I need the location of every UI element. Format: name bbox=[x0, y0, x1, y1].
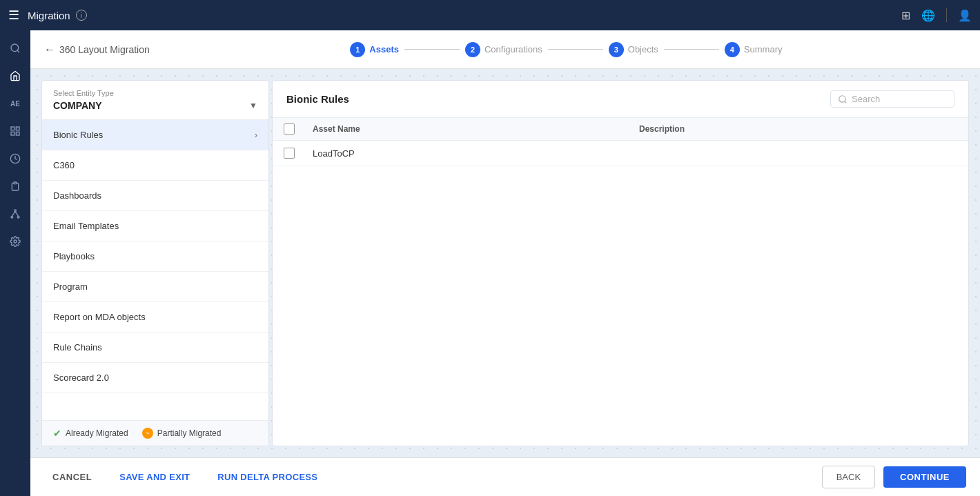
sidebar-item-nodes[interactable] bbox=[3, 201, 28, 226]
step-line-1 bbox=[404, 49, 460, 50]
step-assets: 1 Assets bbox=[350, 42, 399, 57]
entity-dropdown[interactable]: COMPANY ▼ bbox=[53, 100, 257, 111]
left-panel: Select Entity Type COMPANY ▼ Bionic Rule… bbox=[41, 80, 269, 446]
entity-selector: Select Entity Type COMPANY ▼ bbox=[42, 81, 268, 120]
table-header: Asset Name Description bbox=[273, 118, 968, 141]
row-asset-name: LoadToCP bbox=[313, 148, 631, 159]
layout-icon[interactable]: ⊞ bbox=[901, 9, 910, 22]
col-header-asset-name: Asset Name bbox=[313, 124, 631, 134]
already-migrated-label: Already Migrated bbox=[66, 428, 128, 438]
svg-rect-2 bbox=[11, 127, 14, 130]
step-label-2: Configurations bbox=[484, 44, 542, 54]
table-row: LoadToCP bbox=[273, 141, 968, 166]
step-summary: 4 Summary bbox=[725, 42, 783, 57]
svg-point-10 bbox=[17, 216, 19, 218]
content-area: ← 360 Layout Migration 1 Assets 2 Config… bbox=[30, 30, 980, 496]
menu-item-playbooks[interactable]: Playbooks bbox=[42, 241, 268, 272]
info-icon[interactable]: i bbox=[76, 10, 87, 21]
svg-point-13 bbox=[14, 240, 17, 243]
run-delta-button[interactable]: RUN DELTA PROCESS bbox=[209, 466, 326, 488]
globe-icon[interactable]: 🌐 bbox=[921, 9, 935, 22]
step-line-3 bbox=[664, 49, 719, 50]
partially-migrated-label: Partially Migrated bbox=[157, 428, 222, 438]
svg-line-12 bbox=[15, 212, 19, 217]
legend-partially-migrated: ~ Partially Migrated bbox=[142, 428, 222, 439]
cancel-button[interactable]: CANCEL bbox=[44, 466, 100, 488]
svg-rect-4 bbox=[11, 132, 14, 135]
step-num-3: 3 bbox=[609, 42, 624, 57]
svg-rect-3 bbox=[16, 127, 19, 130]
right-panel-header: Bionic Rules Search bbox=[273, 81, 968, 118]
footer-right: BACK CONTINUE bbox=[822, 466, 966, 488]
step-label-4: Summary bbox=[744, 44, 783, 54]
svg-rect-5 bbox=[16, 132, 19, 135]
select-all-checkbox[interactable] bbox=[284, 123, 295, 135]
title-text: Migration bbox=[28, 10, 70, 21]
back-button-footer[interactable]: BACK bbox=[822, 466, 875, 488]
check-icon: ✔ bbox=[53, 428, 61, 439]
menu-list: Bionic Rules › C360 Dashboards Email Tem… bbox=[42, 120, 268, 420]
right-panel: Bionic Rules Search Asset Name Descripti… bbox=[272, 80, 969, 446]
menu-item-rule-chains[interactable]: Rule Chains bbox=[42, 333, 268, 363]
menu-chevron-icon: › bbox=[255, 130, 257, 140]
app-title: Migration i bbox=[28, 10, 87, 21]
step-objects: 3 Objects bbox=[609, 42, 658, 57]
continue-button[interactable]: CONTINUE bbox=[883, 466, 966, 488]
sidebar: AE bbox=[0, 30, 30, 496]
page-content: Select Entity Type COMPANY ▼ Bionic Rule… bbox=[30, 69, 980, 457]
step-label-3: Objects bbox=[628, 44, 658, 54]
svg-line-15 bbox=[845, 101, 847, 103]
menu-item-dashboards[interactable]: Dashboards bbox=[42, 181, 268, 211]
sidebar-item-gear[interactable] bbox=[3, 229, 28, 254]
top-bar: ☰ Migration i ⊞ 🌐 👤 bbox=[0, 0, 980, 30]
menu-item-email-templates[interactable]: Email Templates bbox=[42, 211, 268, 241]
sidebar-item-ae[interactable]: AE bbox=[3, 91, 28, 116]
menu-icon[interactable]: ☰ bbox=[8, 8, 19, 23]
main-layout: AE ← 360 Layout Migration 1 A bbox=[0, 30, 980, 496]
breadcrumb-label: 360 Layout Migration bbox=[59, 44, 150, 55]
step-bar: ← 360 Layout Migration 1 Assets 2 Config… bbox=[30, 30, 980, 69]
menu-item-bionic-rules[interactable]: Bionic Rules › bbox=[42, 120, 268, 150]
user-icon[interactable]: 👤 bbox=[958, 9, 972, 22]
divider bbox=[946, 8, 947, 22]
sidebar-item-search[interactable] bbox=[3, 36, 28, 61]
back-button[interactable]: ← 360 Layout Migration bbox=[44, 43, 150, 56]
header-checkbox-col bbox=[284, 123, 304, 135]
menu-item-program[interactable]: Program bbox=[42, 272, 268, 302]
back-arrow-icon: ← bbox=[44, 43, 55, 56]
svg-point-0 bbox=[11, 44, 19, 52]
svg-rect-7 bbox=[14, 182, 17, 184]
col-header-description: Description bbox=[639, 124, 957, 134]
step-num-2: 2 bbox=[465, 42, 480, 57]
top-bar-right: ⊞ 🌐 👤 bbox=[901, 8, 972, 22]
sidebar-item-clipboard[interactable] bbox=[3, 174, 28, 199]
step-num-4: 4 bbox=[725, 42, 740, 57]
svg-line-11 bbox=[12, 212, 15, 217]
sidebar-item-home[interactable] bbox=[3, 63, 28, 88]
step-line-2 bbox=[548, 49, 603, 50]
step-num-1: 1 bbox=[350, 42, 365, 57]
legend-bar: ✔ Already Migrated ~ Partially Migrated bbox=[42, 420, 268, 446]
svg-point-8 bbox=[14, 210, 17, 212]
legend-already-migrated: ✔ Already Migrated bbox=[53, 428, 128, 439]
page-content-wrapper: Select Entity Type COMPANY ▼ Bionic Rule… bbox=[30, 69, 980, 457]
table-body: LoadToCP bbox=[273, 141, 968, 446]
search-box[interactable]: Search bbox=[830, 90, 954, 108]
menu-item-report-mda[interactable]: Report on MDA objects bbox=[42, 302, 268, 333]
menu-item-scorecard[interactable]: Scorecard 2.0 bbox=[42, 363, 268, 393]
svg-line-1 bbox=[17, 50, 19, 52]
footer: CANCEL SAVE AND EXIT RUN DELTA PROCESS B… bbox=[30, 457, 980, 496]
right-panel-title: Bionic Rules bbox=[286, 93, 349, 105]
save-and-exit-button[interactable]: SAVE AND EXIT bbox=[111, 466, 198, 488]
step-configurations: 2 Configurations bbox=[465, 42, 542, 57]
step-label-1: Assets bbox=[369, 44, 399, 54]
svg-point-9 bbox=[11, 216, 13, 218]
menu-item-c360[interactable]: C360 bbox=[42, 150, 268, 181]
step-flow: 1 Assets 2 Configurations 3 Objects 4 Su… bbox=[166, 42, 966, 57]
sidebar-item-clock[interactable] bbox=[3, 146, 28, 171]
row-checkbox[interactable] bbox=[284, 148, 295, 159]
sidebar-item-list[interactable] bbox=[3, 119, 28, 143]
partial-icon: ~ bbox=[142, 428, 153, 439]
entity-value: COMPANY bbox=[53, 100, 102, 111]
footer-left: CANCEL SAVE AND EXIT RUN DELTA PROCESS bbox=[44, 466, 326, 488]
